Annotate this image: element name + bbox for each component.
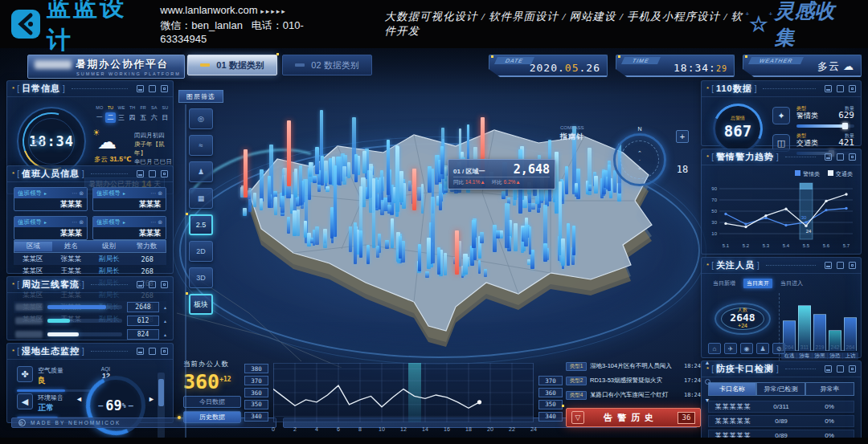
minimize-icon[interactable]: [825, 262, 832, 269]
flow-label-blurred: [15, 317, 43, 324]
minimize-icon[interactable]: [137, 348, 144, 355]
data-spike: [567, 223, 570, 266]
scroll-down-icon[interactable]: ▼: [705, 397, 710, 403]
svg-text:70: 70: [711, 198, 717, 202]
gauge-left-arrow[interactable]: ◄: [76, 395, 83, 403]
layer-button-2.5[interactable]: 2.5: [189, 214, 213, 235]
window-icon[interactable]: [837, 365, 844, 373]
home-icon[interactable]: ⌂: [708, 343, 721, 354]
data-spike: [502, 191, 505, 200]
alert-history-banner[interactable]: ▽ 告警历史 36: [566, 408, 701, 427]
data-category-tabs: 01 数据类别 02 数据类别: [187, 55, 372, 75]
total-alarm-gauge: 总警情 867: [713, 104, 763, 153]
eco-scrollbar[interactable]: [158, 373, 165, 438]
scroll-up-icon[interactable]: ▲: [705, 360, 710, 365]
weekday-strip: MO一TU二WE三TH四FR五SA六SU日: [94, 105, 170, 123]
minimize-icon[interactable]: [825, 365, 832, 373]
weekday-cell: MO一: [94, 105, 105, 123]
window-icon[interactable]: [149, 281, 156, 288]
layer-button-people[interactable]: ♟: [189, 161, 213, 182]
panel-title: 日常信息: [22, 83, 60, 95]
data-spike: [299, 165, 302, 206]
site-url[interactable]: www.lanlanwork.com: [160, 4, 257, 16]
layer-button-板块[interactable]: 板块: [189, 294, 213, 315]
data-spike: [280, 196, 285, 213]
window-icon[interactable]: [149, 170, 156, 177]
flow-label-blurred: [15, 331, 43, 338]
window-icon[interactable]: [149, 348, 156, 355]
date-chip: DATE 2020.05.26: [489, 55, 608, 77]
window-icon[interactable]: [837, 153, 844, 161]
time-label: TIME: [621, 57, 661, 64]
person-icon[interactable]: ♟: [756, 343, 769, 354]
duty-leader-card[interactable]: 值班领导▸⋯ ⊗某某某: [14, 187, 88, 211]
minimize-icon[interactable]: [825, 153, 832, 161]
expand-icon[interactable]: [161, 85, 168, 92]
expand-icon[interactable]: [161, 281, 168, 288]
compass-labels: COMPASS指南针: [560, 125, 584, 142]
plane-icon[interactable]: ✈: [724, 343, 737, 354]
data-spike: [575, 183, 578, 193]
data-spike: [527, 259, 530, 265]
minimize-icon[interactable]: [825, 85, 832, 92]
gauge-right-arrow[interactable]: ►: [148, 395, 155, 403]
layer-button-3D[interactable]: 3D: [189, 267, 213, 288]
minimize-icon[interactable]: [137, 170, 144, 177]
sparkle-star-icon: ☆++: [749, 12, 768, 37]
ban-icon[interactable]: ⊘: [772, 343, 785, 354]
zoom-in-button[interactable]: +: [676, 130, 689, 143]
map-3d-view[interactable]: 01 / 区域一 2,648 同比 14.1%▲ 环比 6.2%▲ COMPAS…: [173, 72, 703, 368]
history-data-button[interactable]: 历史数据: [183, 411, 241, 423]
target-icon[interactable]: ◉: [740, 343, 753, 354]
x-tick: 20: [487, 426, 493, 432]
alert-row[interactable]: 类型4某路口有小汽车连闯三个红灯18:24: [566, 389, 701, 401]
alert-tag: 类型2: [566, 377, 587, 385]
logo[interactable]: 蓝蓝设计: [11, 0, 142, 57]
expand-icon[interactable]: [849, 153, 856, 161]
layer-button-building[interactable]: ▦: [189, 188, 213, 209]
up-caret-icon: ▴: [164, 318, 166, 324]
layer-button-2D[interactable]: 2D: [189, 241, 213, 262]
alert-row[interactable]: 类型1湿地3-104片区有不明人员闯入18:24: [566, 360, 701, 373]
data-spike: [484, 269, 487, 278]
focus-tab[interactable]: 当日进入: [777, 279, 806, 288]
expand-icon[interactable]: [849, 262, 856, 269]
duty-table-row[interactable]: 某某区张某某副局长268: [14, 253, 166, 265]
alert-time: 18:24: [680, 392, 701, 398]
duty-table-row[interactable]: 某某区王某某副局长268: [14, 265, 166, 277]
expand-icon[interactable]: [849, 365, 856, 373]
alert-tag: 类型1: [566, 362, 587, 371]
expand-icon[interactable]: [161, 348, 168, 355]
alert-scrollbar[interactable]: ▲ ▼: [702, 360, 712, 403]
layer-button-camera[interactable]: ◎: [189, 108, 213, 129]
minimize-icon[interactable]: [137, 281, 144, 288]
window-icon[interactable]: [837, 262, 844, 269]
data-spike: [304, 221, 307, 238]
scroll-thumb[interactable]: [705, 379, 710, 385]
panel-title: 湿地生态监控: [22, 345, 80, 357]
expand-icon[interactable]: [161, 170, 168, 177]
data-spike: [387, 140, 391, 195]
today-data-button[interactable]: 今日数据: [183, 396, 241, 408]
legend-item: 警情类: [795, 170, 820, 178]
checkpoint-row[interactable]: 某某某某某0/3110%: [708, 401, 854, 413]
tab-data-category-2[interactable]: 02 数据类别: [282, 55, 372, 75]
window-icon[interactable]: [837, 85, 844, 92]
checkpoint-row[interactable]: 某某某某某0/890%: [708, 415, 854, 427]
panel-eco-monitor: *[ 湿地生态监控 ] ✤ 空气质量 良 AQI12 ◀ 环境噪音 正常 分贝6…: [6, 343, 174, 423]
alert-row[interactable]: 类型2RD13-53烟感报警疑似火灾17:24: [566, 374, 701, 387]
warning-triangle-icon: ▽: [571, 411, 584, 424]
data-spike: [354, 222, 357, 264]
expand-icon[interactable]: [849, 85, 856, 92]
data-spike: [268, 176, 271, 208]
layer-button-signal[interactable]: ≈: [189, 135, 213, 156]
collect-link[interactable]: ☆++ 灵感收集: [749, 0, 847, 51]
duty-leader-card[interactable]: 值班领导▸⋯ ⊗某某某: [92, 216, 166, 240]
focus-tab[interactable]: 当日离开: [743, 279, 772, 288]
tab-data-category-1[interactable]: 01 数据类别: [187, 55, 277, 75]
duty-leader-card[interactable]: 值班领导▸⋯ ⊗某某某: [14, 216, 88, 240]
focus-tab[interactable]: 当日新增: [710, 279, 739, 288]
minimize-icon[interactable]: [137, 85, 144, 92]
window-icon[interactable]: [149, 85, 156, 92]
duty-leader-card[interactable]: 值班领导▸⋯ ⊗某某某: [92, 187, 166, 211]
